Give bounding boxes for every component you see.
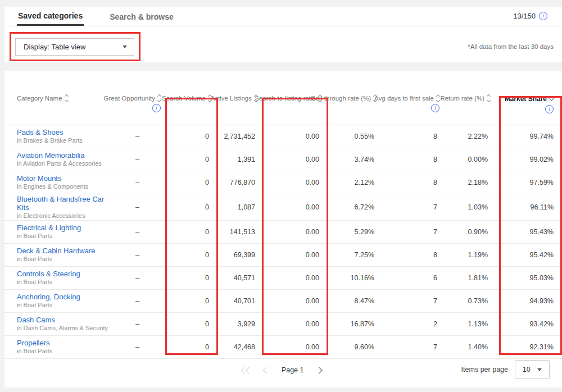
column-header-category-name[interactable]: Category Name	[4, 71, 117, 125]
search-volume-cell: 0	[166, 194, 217, 220]
category-link[interactable]: Electrical & Lighting	[17, 224, 116, 232]
sell-through-rate-cell: 8.47%	[327, 289, 382, 312]
category-link[interactable]: Anchoring, Docking	[17, 293, 116, 301]
return-rate-cell: 2.18%	[445, 171, 496, 194]
great-opportunity-cell: –	[117, 266, 166, 289]
tab-bar: Saved categories Search & browse 13/150	[4, 7, 562, 26]
table-row: Anchoring, Dockingin Boat Parts – 0 40,7…	[4, 289, 562, 312]
column-header-market-share[interactable]: Market Share	[496, 71, 562, 125]
avg-days-cell: 8	[382, 148, 445, 171]
info-icon[interactable]	[431, 104, 439, 112]
active-listings-cell: 3,929	[217, 312, 263, 335]
header-row: Category Name Great Opportunity Search V…	[4, 71, 562, 125]
category-link[interactable]: Propellers	[17, 339, 116, 347]
category-link[interactable]: Motor Mounts	[17, 174, 116, 183]
avg-days-cell: 6	[382, 266, 445, 289]
search-volume-cell: 0	[166, 220, 217, 243]
avg-days-cell: 7	[382, 335, 445, 358]
table-row: Deck & Cabin Hardwarein Boat Parts – 0 6…	[4, 243, 562, 266]
market-share-cell: 95.43%	[496, 220, 562, 243]
info-icon[interactable]	[545, 105, 554, 113]
search-to-listing-ratio-cell: 0.00	[263, 220, 327, 243]
sell-through-rate-cell: 16.87%	[327, 312, 382, 335]
search-volume-cell: 0	[166, 148, 217, 171]
column-label: Category Name	[17, 95, 62, 102]
category-link[interactable]: Bluetooth & Handsfree Car Kits	[17, 195, 116, 212]
display-view-dropdown[interactable]: Display: Table view	[15, 38, 134, 56]
return-rate-cell: 0.00%	[445, 148, 496, 171]
sort-icon	[437, 95, 439, 102]
avg-days-cell: 7	[382, 220, 445, 243]
return-rate-cell: 2.22%	[445, 125, 496, 148]
category-link[interactable]: Controls & Steering	[17, 270, 116, 278]
tab-search-and-browse[interactable]: Search & browse	[108, 7, 175, 26]
search-volume-cell: 0	[166, 125, 217, 148]
column-label: Active Listings	[210, 95, 252, 102]
filter-bar: Display: Table view *All data from the l…	[4, 26, 562, 62]
search-volume-cell: 0	[166, 335, 217, 358]
return-rate-cell: 1.40%	[445, 335, 496, 358]
return-rate-cell: 1.03%	[445, 194, 496, 220]
search-to-listing-ratio-cell: 0.00	[263, 148, 327, 171]
market-share-cell: 94.93%	[496, 289, 562, 312]
great-opportunity-cell: –	[117, 125, 166, 148]
column-header-great-opportunity[interactable]: Great Opportunity	[117, 71, 166, 125]
market-share-cell: 95.42%	[496, 243, 562, 266]
category-parent: in Aviation Parts & Accessories	[17, 160, 116, 167]
column-header-return-rate[interactable]: Return rate (%)	[445, 71, 496, 125]
category-parent: in Boat Parts	[17, 256, 116, 263]
table-row: Motor Mountsin Engines & Components – 0 …	[4, 171, 562, 194]
counter-value: 13/150	[513, 12, 536, 20]
avg-days-cell: 8	[382, 171, 445, 194]
great-opportunity-cell: –	[117, 312, 166, 335]
table-row: Propellersin Boat Parts – 0 42,468 0.00 …	[4, 335, 562, 358]
search-to-listing-ratio-cell: 0.00	[263, 243, 327, 266]
column-header-avg-days-to-first-sale[interactable]: Avg days to first sale	[382, 71, 445, 125]
avg-days-cell: 2	[382, 312, 445, 335]
next-page-button[interactable]	[316, 368, 321, 373]
search-volume-cell: 0	[166, 289, 217, 312]
search-to-listing-ratio-cell: 0.00	[263, 194, 327, 220]
category-parent: in Boat Parts	[17, 348, 116, 355]
previous-page-button[interactable]	[264, 368, 269, 373]
category-link[interactable]: Aviation Memorabilia	[17, 151, 116, 159]
info-icon[interactable]	[539, 12, 547, 20]
active-listings-cell: 141,513	[217, 220, 263, 243]
column-header-active-listings[interactable]: Active Listings	[217, 71, 263, 125]
sell-through-rate-cell: 6.72%	[327, 194, 382, 220]
great-opportunity-cell: –	[117, 171, 166, 194]
items-per-page-value: 10	[523, 366, 531, 373]
column-label: Great Opportunity	[104, 95, 155, 102]
return-rate-cell: 0.90%	[445, 220, 496, 243]
market-share-cell: 96.11%	[496, 194, 562, 220]
market-share-cell: 97.59%	[496, 171, 562, 194]
category-link[interactable]: Deck & Cabin Hardware	[17, 247, 116, 255]
search-to-listing-ratio-cell: 0.00	[263, 125, 327, 148]
avg-days-cell: 7	[382, 289, 445, 312]
page-indicator: Page 1	[282, 366, 304, 374]
great-opportunity-cell: –	[117, 220, 166, 243]
return-rate-cell: 1.13%	[445, 312, 496, 335]
items-per-page-dropdown[interactable]: 10	[515, 360, 550, 379]
active-listings-cell: 42,468	[217, 335, 263, 358]
saved-categories-counter: 13/150	[513, 12, 547, 20]
info-icon[interactable]	[152, 104, 161, 112]
search-to-listing-ratio-cell: 0.00	[263, 266, 327, 289]
great-opportunity-cell: –	[117, 148, 166, 171]
column-header-search-volume[interactable]: Search Volume	[166, 71, 217, 125]
category-link[interactable]: Dash Cams	[17, 316, 116, 324]
sell-through-rate-cell: 3.74%	[327, 148, 382, 171]
avg-days-cell: 8	[382, 243, 445, 266]
sell-through-rate-cell: 10.16%	[327, 266, 382, 289]
first-page-button[interactable]	[242, 368, 252, 373]
category-link[interactable]: Pads & Shoes	[17, 128, 116, 136]
active-listings-cell: 40,701	[217, 289, 263, 312]
return-rate-cell: 1.19%	[445, 243, 496, 266]
search-volume-cell: 0	[166, 312, 217, 335]
tab-saved-categories[interactable]: Saved categories	[17, 7, 84, 26]
category-parent: in Engines & Components	[17, 183, 116, 190]
sell-through-rate-cell: 2.12%	[327, 171, 382, 194]
column-label: Avg days to first sale	[374, 95, 434, 102]
column-label: Search-to-listing ratio	[255, 95, 316, 102]
avg-days-cell: 8	[382, 125, 445, 148]
